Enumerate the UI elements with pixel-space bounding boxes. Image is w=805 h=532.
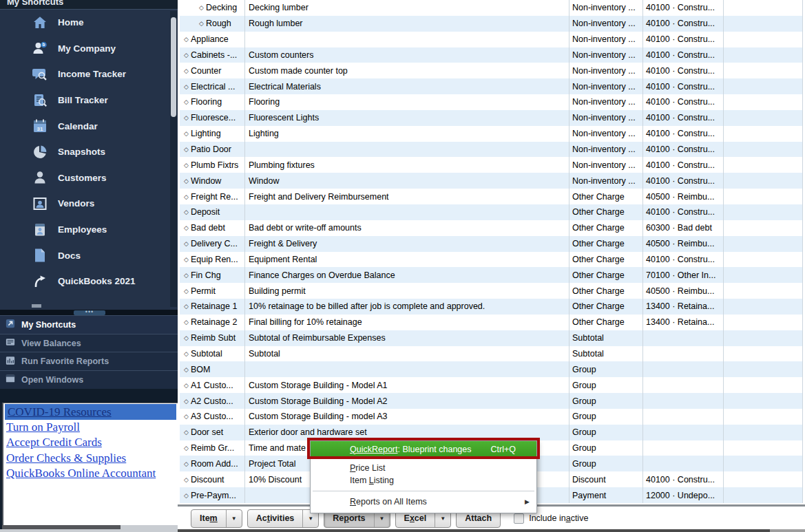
- item-type-cell: Non-inventory ...: [569, 157, 643, 173]
- table-row-rough[interactable]: ◇RoughRough lumberNon-inventory ...40100…: [180, 16, 803, 32]
- table-row-a2-custo[interactable]: ◇A2 Custo...Custom Storage Building - Mo…: [180, 393, 803, 409]
- sidebar-section-my-shortcuts[interactable]: My Shortcuts: [0, 315, 178, 334]
- link-order-checks-supplies[interactable]: Order Checks & Supplies: [3, 451, 178, 466]
- link-quickbooks-online-accountant[interactable]: QuickBooks Online Accountant: [3, 466, 178, 481]
- item-blank-cell: [724, 0, 803, 16]
- item-diamond-icon: ◇: [184, 288, 189, 295]
- menu-item-quickreport[interactable]: QuickReport: Blueprint changesCtrl+Q: [311, 441, 536, 457]
- sidebar-item-income-tracker[interactable]: Income Tracker: [0, 61, 178, 87]
- link-turn-on-payroll[interactable]: Turn on Payroll: [3, 420, 178, 435]
- table-row-flooring[interactable]: ◇FlooringFlooringNon-inventory ...40100 …: [180, 94, 803, 110]
- table-row-decking[interactable]: ◇DeckingDecking lumberNon-inventory ...4…: [180, 0, 803, 16]
- item-diamond-icon: ◇: [184, 445, 189, 451]
- table-row-fluoresce[interactable]: ◇Fluoresce...Fluorescent LightsNon-inven…: [180, 110, 803, 126]
- table-row-a1-custo[interactable]: ◇A1 Custo...Custom Storage Building - Mo…: [180, 377, 803, 393]
- sidebar-item-home[interactable]: Home: [0, 10, 178, 36]
- resize-handle-dots-icon[interactable]: •••: [74, 310, 105, 315]
- menu-item-price-list[interactable]: Price List: [311, 462, 536, 474]
- table-row-delivery-c[interactable]: ◇Delivery C...Freight & DeliveryOther Ch…: [180, 236, 803, 252]
- link-accept-credit-cards[interactable]: Accept Credit Cards: [3, 435, 178, 450]
- sidebar-item-employees[interactable]: Employees: [0, 217, 178, 243]
- table-row-bad-debt[interactable]: ◇Bad debtBad debt or write-off amountsOt…: [180, 220, 803, 236]
- item-diamond-icon: ◇: [184, 413, 189, 420]
- sidebar-section-view-balances[interactable]: View Balances: [0, 334, 178, 352]
- item-name-cell: ◇Retainage 2: [180, 315, 245, 330]
- item-name: A3 Custo...: [191, 412, 233, 421]
- reports-context-menu: QuickReport: Blueprint changesCtrl+QPric…: [310, 440, 537, 513]
- table-row-a3-custo[interactable]: ◇A3 Custo...Custom Storage Building - mo…: [180, 409, 803, 425]
- item-account-cell: 40100 · Constru...: [643, 471, 724, 487]
- item-name-cell: ◇Pre-Paym...: [180, 487, 245, 503]
- sidebar-item-label: Customers: [58, 173, 107, 183]
- sidebar-item-calendar[interactable]: 31Calendar: [0, 113, 178, 139]
- item-name: Room Add...: [191, 459, 238, 469]
- item-account-cell: [643, 425, 724, 440]
- table-row-cabinets[interactable]: ◇Cabinets -...Custom countersNon-invento…: [180, 47, 803, 63]
- item-type-cell: Non-inventory ...: [569, 32, 643, 47]
- sidebar-item-snapshots[interactable]: Snapshots: [0, 139, 178, 165]
- item-name: Counter: [191, 66, 221, 76]
- link-covid19-resources[interactable]: COVID-19 Resources: [5, 404, 176, 420]
- table-row-electrical[interactable]: ◇Electrical ...Electrical MaterialsNon-i…: [180, 78, 803, 94]
- item-type-cell: Group: [569, 425, 643, 440]
- sidebar-item-label: My Company: [58, 43, 116, 54]
- item-name-cell: ◇Bad debt: [180, 220, 245, 236]
- table-row-equip-ren[interactable]: ◇Equip Ren...Equipment RentalOther Charg…: [180, 252, 803, 268]
- sidebar-item-quickbooks-2021[interactable]: QuickBooks 2021: [0, 268, 178, 295]
- table-row-lighting[interactable]: ◇LightingLightingNon-inventory ...40100 …: [180, 126, 803, 142]
- menu-item-reports-on-all-items[interactable]: Reports on All Items▶: [311, 496, 536, 508]
- table-row-patio-door[interactable]: ◇Patio DoorNon-inventory ...40100 · Cons…: [180, 142, 803, 158]
- sidebar-spacer: [0, 389, 178, 403]
- item-name: Discount: [191, 475, 224, 485]
- vendors-icon: [32, 195, 48, 212]
- sidebar-item-bill-tracker[interactable]: Bill Tracker: [0, 87, 178, 114]
- toolbar-button-item[interactable]: Item▼: [191, 509, 242, 528]
- table-row-bom[interactable]: ◇BOMGroup: [180, 361, 803, 377]
- sidebar-item-docs[interactable]: Docs: [0, 242, 178, 268]
- table-row-subtotal[interactable]: ◇SubtotalSubtotalSubtotal: [180, 346, 803, 362]
- menu-item-item-listing[interactable]: Item Listing: [311, 474, 536, 487]
- table-row-freight-re[interactable]: ◇Freight Re...Freight and Delivery Reimb…: [180, 189, 803, 204]
- sidebar-item-my-company[interactable]: bMy Company: [0, 36, 178, 62]
- dropdown-arrow-icon[interactable]: ▼: [226, 510, 242, 527]
- item-name: Subtotal: [191, 349, 222, 359]
- table-row-retainage-2[interactable]: ◇Retainage 2Final billing for 10% retain…: [180, 315, 803, 330]
- item-blank-cell: [724, 361, 803, 377]
- item-name-cell: ◇Deposit: [180, 204, 245, 220]
- table-row-reimb-subt[interactable]: ◇Reimb SubtSubtotal of Reimbursable Expe…: [180, 330, 803, 346]
- item-diamond-icon: ◇: [184, 303, 189, 310]
- include-inactive-checkbox[interactable]: [514, 513, 524, 524]
- menu-item-shortcut: Ctrl+Q: [491, 445, 516, 454]
- item-name: Bad debt: [191, 223, 225, 233]
- table-row-deposit[interactable]: ◇DepositOther Charge40100 · Constru...: [180, 204, 803, 220]
- item-type-cell: Group: [569, 377, 643, 393]
- item-account-cell: 40100 · Constru...: [643, 0, 724, 16]
- item-blank-cell: [724, 315, 803, 330]
- item-blank-cell: [724, 425, 803, 440]
- sidebar-scrollbar-thumb[interactable]: [171, 17, 176, 117]
- item-account-cell: 40500 · Reimbu...: [643, 189, 724, 204]
- item-diamond-icon: ◇: [184, 319, 189, 326]
- item-type-cell: Group: [569, 393, 643, 409]
- sidebar-item-vendors[interactable]: Vendors: [0, 191, 178, 217]
- table-row-retainage-1[interactable]: ◇Retainage 110% retainage to be billed a…: [180, 299, 803, 315]
- toolbar-button-label: Item: [191, 510, 226, 527]
- table-row-plumb-fixtrs[interactable]: ◇Plumb FixtrsPlumbing fixturesNon-invent…: [180, 157, 803, 173]
- panel-resize-handle[interactable]: •••: [0, 310, 178, 315]
- item-name-cell: ◇BOM: [180, 361, 245, 377]
- sidebar-scrollbar[interactable]: [170, 11, 177, 307]
- svg-text:b: b: [43, 43, 45, 47]
- sidebar-section-run-favorite-reports[interactable]: Run Favorite Reports: [0, 352, 178, 370]
- table-row-door-set[interactable]: ◇Door setExterior door and hardware setG…: [180, 425, 803, 440]
- item-diamond-icon: ◇: [184, 334, 189, 341]
- table-row-fin-chg[interactable]: ◇Fin ChgFinance Charges on Overdue Balan…: [180, 267, 803, 283]
- toolbar-button-activities[interactable]: Activities▼: [247, 509, 320, 528]
- table-row-appliance[interactable]: ◇ApplianceNon-inventory ...40100 · Const…: [180, 32, 803, 47]
- sidebar-section-open-windows[interactable]: Open Windows: [0, 370, 178, 389]
- item-name-cell: ◇Reimb Subt: [180, 330, 245, 346]
- item-account-cell: 40500 · Reimbu...: [643, 283, 724, 299]
- table-row-counter[interactable]: ◇CounterCustom made counter topNon-inven…: [180, 63, 803, 78]
- sidebar-item-customers[interactable]: Customers: [0, 165, 178, 191]
- table-row-permit[interactable]: ◇PermitBuilding permitOther Charge40500 …: [180, 283, 803, 299]
- table-row-window[interactable]: ◇WindowWindowNon-inventory ...40100 · Co…: [180, 173, 803, 189]
